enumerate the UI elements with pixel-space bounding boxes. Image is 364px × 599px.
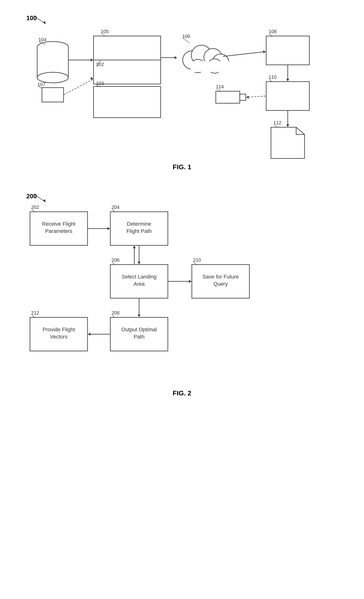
svg-rect-15 [93,87,161,118]
arrow-200-svg [31,193,50,204]
svg-marker-95 [138,315,141,317]
svg-text:Area: Area [134,281,145,287]
svg-text:Output Optimal: Output Optimal [121,326,157,333]
svg-line-33 [183,38,189,43]
svg-rect-18 [42,88,64,102]
svg-text:212: 212 [31,310,39,316]
svg-text:Receive Flight: Receive Flight [42,221,75,227]
svg-marker-35 [175,56,177,59]
page: 100 104 105 1 [0,0,364,599]
svg-text:204: 204 [111,204,119,210]
svg-line-21 [64,79,93,95]
svg-marker-45 [286,79,289,81]
svg-rect-46 [216,91,240,103]
svg-text:Path: Path [134,334,144,340]
svg-text:Vectors: Vectors [50,334,67,340]
svg-text:Parameters: Parameters [45,228,72,234]
svg-text:112: 112 [273,120,281,125]
svg-rect-41 [266,82,309,110]
svg-text:Save for Future: Save for Future [202,274,239,280]
svg-text:206: 206 [111,257,119,263]
svg-text:202: 202 [31,204,39,210]
svg-line-56 [34,194,46,202]
svg-marker-51 [246,96,249,99]
svg-text:107: 107 [37,82,45,87]
svg-text:Select Landing: Select Landing [122,274,157,280]
fig1-section: 100 104 105 1 [14,12,350,171]
svg-marker-22 [90,77,93,79]
svg-marker-93 [133,246,136,248]
svg-text:108: 108 [269,29,277,34]
svg-marker-89 [107,227,110,230]
svg-line-39 [223,52,266,56]
svg-text:110: 110 [269,74,277,80]
svg-text:114: 114 [216,84,224,89]
svg-line-0 [34,16,46,24]
svg-text:Flight Path: Flight Path [126,228,152,234]
svg-text:102: 102 [96,62,104,67]
fig1-title: FIG. 1 [14,163,350,171]
svg-marker-97 [189,280,191,283]
svg-text:103: 103 [96,81,104,86]
svg-text:Query: Query [213,281,228,287]
svg-marker-24 [91,59,93,62]
fig2-title: FIG. 2 [14,389,350,397]
svg-marker-55 [286,124,289,127]
svg-line-50 [246,96,266,97]
svg-text:210: 210 [193,257,201,263]
svg-rect-31 [191,61,230,72]
fig2-diagram: Receive Flight Parameters 202 Determine … [14,190,350,394]
fig1-diagram: 104 105 102 103 107 [14,12,350,166]
svg-text:208: 208 [111,310,119,316]
arrow-100-svg [31,14,50,26]
svg-rect-47 [240,94,246,100]
svg-marker-99 [88,333,90,336]
svg-text:104: 104 [38,37,46,42]
svg-text:106: 106 [182,34,190,39]
svg-marker-91 [138,262,141,264]
svg-point-6 [37,72,68,83]
svg-text:105: 105 [101,29,109,34]
fig2-section: 200 Receive Flight Parameters 202 Determ… [14,190,350,397]
svg-text:Determine: Determine [127,221,151,227]
svg-text:Provide Flight: Provide Flight [43,326,75,333]
svg-rect-36 [266,36,309,65]
